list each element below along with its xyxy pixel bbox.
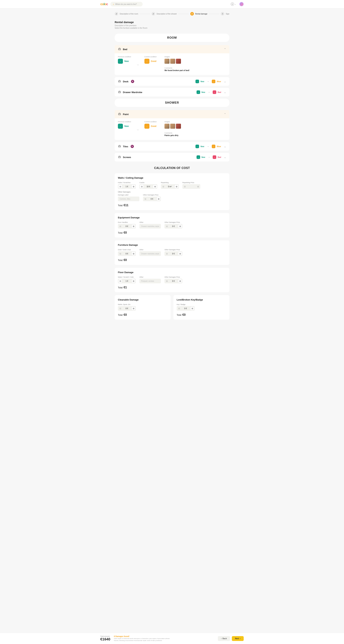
arrow-icon: → xyxy=(208,91,210,94)
image-thumb[interactable] xyxy=(170,124,175,129)
logo[interactable]: coloc xyxy=(100,2,108,6)
plus-button[interactable]: ⊞ xyxy=(190,306,194,310)
plus-button[interactable]: ⊞ xyxy=(157,197,161,201)
minus-button[interactable]: ⊟ xyxy=(118,279,122,283)
comment-text: Paints gets dirty xyxy=(164,134,181,136)
text-input[interactable] xyxy=(139,224,161,228)
stepper-input[interactable]: ⊟ 0 € ⊞ xyxy=(118,224,136,228)
minus-button: ⊟ xyxy=(177,306,181,310)
text-input[interactable] xyxy=(139,279,161,283)
plus-button[interactable]: ⊞ xyxy=(153,184,157,188)
page-title: Rental damage xyxy=(115,20,229,24)
stepper-input[interactable]: ⊟ 1 € ⊞ xyxy=(118,279,136,283)
furniture-icon xyxy=(118,80,121,83)
minus-button[interactable]: ⊟ xyxy=(118,184,122,188)
chevron-down-icon: ⌄ xyxy=(224,80,226,83)
stepper-input[interactable]: ⊟ 0 € ⊞ xyxy=(164,279,182,283)
room-heading: ROOM xyxy=(115,34,229,42)
plus-button[interactable]: ⊞ xyxy=(178,252,182,256)
calc-heading: CALCULATION OF COST xyxy=(115,166,229,170)
svg-rect-4 xyxy=(118,146,121,147)
field-label: Door Handles xyxy=(118,222,136,223)
card-header[interactable]: Screws New → Bad ⌄ xyxy=(115,153,229,162)
edit-chip-icon[interactable]: ✎ xyxy=(131,145,134,148)
item-name: Desk xyxy=(123,80,128,83)
stepper-value: 10 € xyxy=(144,186,153,188)
total-label: Total: xyxy=(118,232,124,234)
card-header[interactable]: Drawer Wardrobe New → Bad ⌄ xyxy=(115,88,229,96)
stepper-input[interactable]: ⊟ 0 € ⊞ xyxy=(118,251,136,256)
plus-button[interactable]: ⊞ xyxy=(132,252,135,256)
prev-badge xyxy=(118,59,123,64)
cost-title: Cleanable Damage xyxy=(118,298,167,301)
arrow-icon: → xyxy=(137,63,139,66)
image-thumb[interactable] xyxy=(170,59,175,64)
shower-heading: SHOWER xyxy=(115,98,229,107)
section-total: €0 xyxy=(124,231,127,234)
curr-badge xyxy=(213,90,216,94)
globe-icon[interactable]: ⊕ xyxy=(231,2,234,6)
minus-button: ⊟ xyxy=(118,224,122,228)
curr-badge xyxy=(212,80,215,83)
total-label: Total: xyxy=(118,204,124,207)
stepper-input[interactable]: ⊟ 0 € ⊞ xyxy=(164,251,182,256)
step-0[interactable]: ✓Description of the room xyxy=(115,12,138,16)
card-header[interactable]: Paint ⌃ xyxy=(115,110,229,118)
step-3[interactable]: 4Sign xyxy=(221,12,229,16)
item-name: Drawer Wardrobe xyxy=(123,91,142,94)
step-2[interactable]: 3Rental damage xyxy=(190,12,207,16)
field-label: Other Damages Price xyxy=(164,222,182,223)
prev-badge xyxy=(197,155,200,159)
avatar[interactable] xyxy=(239,2,244,6)
stepper-value: 0 m² xyxy=(166,186,174,188)
total-label: Total: xyxy=(118,259,124,262)
stepper-input[interactable]: ⊟ 1 € ⊞ xyxy=(118,184,136,189)
cost-section: Furniture Damage Desk / Desk Chair ⊟ 0 €… xyxy=(115,240,229,265)
field-label: Marks ,Spots ,Etc xyxy=(118,304,136,305)
image-thumb[interactable] xyxy=(164,59,169,64)
prev-badge xyxy=(197,90,200,94)
page-subtitle: Description of the premisesSelect the fu… xyxy=(115,24,229,29)
field-label: Desk / Desk Chair xyxy=(118,249,136,250)
total-label: Total: xyxy=(118,314,124,316)
image-thumb[interactable] xyxy=(176,59,181,64)
edit-chip-icon[interactable]: ✎ xyxy=(131,80,134,83)
cost-section: Lost/Broken Key/Badge Key / Badge ⊟ 0 € … xyxy=(173,295,229,320)
stepper-input[interactable]: ⊟ 0 € ⊞ xyxy=(143,196,161,201)
stepper-input[interactable]: ⊟ 10 € ⊞ xyxy=(139,184,157,189)
curr-badge xyxy=(213,155,216,159)
stepper-input[interactable]: ⊟ 0 € ⊞ xyxy=(177,306,195,311)
curr-badge xyxy=(144,124,149,129)
plus-button[interactable]: ⊞ xyxy=(132,279,135,283)
plus-button[interactable]: ⊞ xyxy=(132,306,135,310)
prev-badge xyxy=(195,144,199,148)
plus-button[interactable]: ⊞ xyxy=(178,224,182,228)
card-header[interactable]: Bed ⌃ xyxy=(115,45,229,53)
plus-button[interactable]: ⊞ xyxy=(175,184,178,188)
plus-button[interactable]: ⊞ xyxy=(132,184,135,188)
stepper-input[interactable]: ⊟ ⊞ xyxy=(182,184,200,189)
furniture-icon xyxy=(118,145,121,148)
step-1[interactable]: ✓Description of the shower xyxy=(152,12,177,16)
furniture-icon xyxy=(118,90,121,94)
stepper-input[interactable]: ⊟ 0 m² ⊞ xyxy=(161,184,179,189)
card-header[interactable]: Desk✎ New → Wear ⌄ xyxy=(115,77,229,86)
stepper-input[interactable]: ⊟ 0 € ⊞ xyxy=(118,306,136,311)
search-input[interactable]: Where do you want to live? xyxy=(110,2,143,6)
minus-button[interactable]: ⊟ xyxy=(140,184,144,188)
item-name: Paint xyxy=(123,113,129,116)
stepper-value: 0 € xyxy=(169,280,178,282)
image-thumb[interactable] xyxy=(176,124,181,129)
chevron-down-icon: ⌄ xyxy=(224,91,226,94)
text-input[interactable] xyxy=(118,196,139,201)
image-thumb[interactable] xyxy=(164,124,169,129)
svg-rect-2 xyxy=(118,92,121,93)
furniture-icon xyxy=(118,156,121,159)
stepper-input[interactable]: ⊟ 0 € ⊞ xyxy=(164,224,182,228)
text-input[interactable] xyxy=(139,251,161,256)
cost-title: Equipment Damage xyxy=(118,216,226,219)
plus-button[interactable]: ⊞ xyxy=(178,279,182,283)
plus-button[interactable]: ⊞ xyxy=(132,224,135,228)
cost-section: Walls / Ceiling Damage Holes / Scratches… xyxy=(115,173,229,210)
card-header[interactable]: Tiles✎ New → Wear ⌄ xyxy=(115,142,229,151)
